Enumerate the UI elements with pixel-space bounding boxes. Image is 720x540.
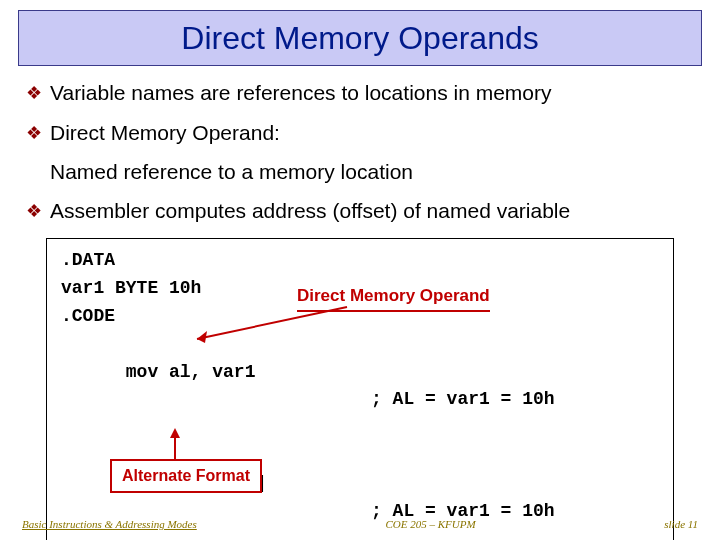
code-line-wrap: mov al, var1 ; AL = var1 = 10h <box>61 331 659 443</box>
direct-memory-operand-label: Direct Memory Operand <box>297 283 490 312</box>
sub-bullet-text: Named reference to a memory location <box>50 160 694 184</box>
page-title: Direct Memory Operands <box>181 20 538 57</box>
bullet-text: Direct Memory Operand: <box>50 120 280 146</box>
diamond-bullet-icon: ❖ <box>26 120 42 146</box>
footer: Basic Instructions & Addressing Modes CO… <box>0 518 720 530</box>
bullet-item: ❖ Assembler computes address (offset) of… <box>26 198 694 224</box>
code-box: .DATA var1 BYTE 10h .CODE mov al, var1 ;… <box>46 238 674 540</box>
content-area: ❖ Variable names are references to locat… <box>0 66 720 540</box>
diamond-bullet-icon: ❖ <box>26 80 42 106</box>
bullet-item: ❖ Direct Memory Operand: <box>26 120 694 146</box>
footer-right: slide 11 <box>664 518 698 530</box>
footer-left: Basic Instructions & Addressing Modes <box>22 518 197 530</box>
code-line: mov al, var1 <box>126 362 256 382</box>
bullet-item: ❖ Variable names are references to locat… <box>26 80 694 106</box>
title-bar: Direct Memory Operands <box>18 10 702 66</box>
code-comment: ; AL = var1 = 10h <box>371 386 555 414</box>
bullet-text: Assembler computes address (offset) of n… <box>50 198 570 224</box>
diamond-bullet-icon: ❖ <box>26 198 42 224</box>
bullet-text: Variable names are references to locatio… <box>50 80 552 106</box>
code-line: .DATA <box>61 247 659 275</box>
footer-center: COE 205 – KFUPM <box>385 518 475 530</box>
alternate-format-label: Alternate Format <box>110 459 262 493</box>
